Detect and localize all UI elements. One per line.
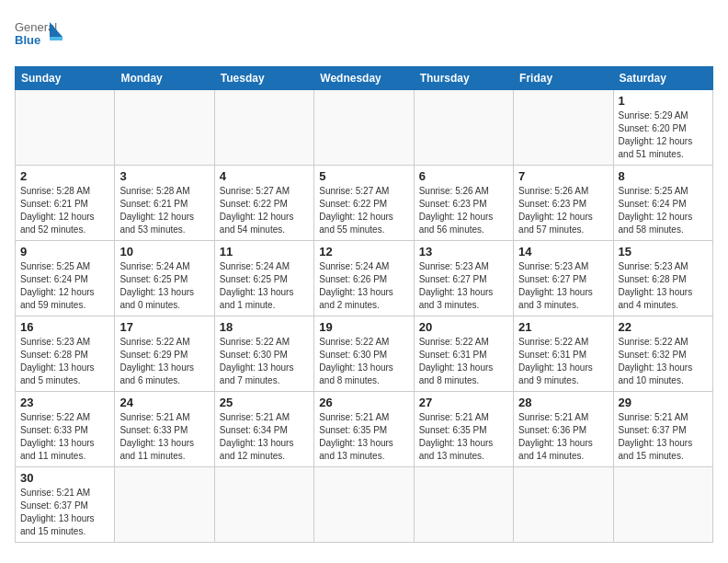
calendar-week-1: 2Sunrise: 5:28 AM Sunset: 6:21 PM Daylig…: [16, 166, 713, 241]
calendar-cell: 17Sunrise: 5:22 AM Sunset: 6:29 PM Dayli…: [115, 316, 214, 392]
day-number: 8: [619, 169, 708, 183]
day-info: Sunrise: 5:23 AM Sunset: 6:28 PM Dayligh…: [619, 260, 708, 312]
day-number: 18: [220, 320, 309, 334]
calendar-cell: 15Sunrise: 5:23 AM Sunset: 6:28 PM Dayli…: [613, 241, 712, 316]
day-number: 29: [619, 396, 708, 409]
day-number: 19: [319, 320, 408, 334]
calendar-cell: 26Sunrise: 5:21 AM Sunset: 6:35 PM Dayli…: [314, 392, 414, 467]
day-number: 5: [319, 169, 408, 183]
weekday-wednesday: Wednesday: [314, 67, 414, 90]
day-info: Sunrise: 5:21 AM Sunset: 6:34 PM Dayligh…: [220, 411, 309, 463]
calendar-week-3: 16Sunrise: 5:23 AM Sunset: 6:28 PM Dayli…: [16, 316, 713, 392]
calendar-cell: 19Sunrise: 5:22 AM Sunset: 6:30 PM Dayli…: [314, 316, 414, 392]
calendar-body: 1Sunrise: 5:29 AM Sunset: 6:20 PM Daylig…: [16, 90, 713, 543]
calendar-header: SundayMondayTuesdayWednesdayThursdayFrid…: [16, 67, 713, 90]
day-number: 10: [119, 245, 209, 259]
day-info: Sunrise: 5:26 AM Sunset: 6:23 PM Dayligh…: [419, 185, 508, 236]
day-number: 21: [518, 320, 608, 334]
calendar-cell: 1Sunrise: 5:29 AM Sunset: 6:20 PM Daylig…: [613, 90, 712, 166]
day-number: 11: [220, 245, 309, 259]
calendar-cell: [16, 90, 115, 166]
calendar-cell: [613, 467, 712, 543]
day-number: 23: [20, 396, 109, 409]
day-number: 3: [119, 169, 209, 183]
logo: General Blue: [15, 15, 63, 55]
calendar-week-5: 30Sunrise: 5:21 AM Sunset: 6:37 PM Dayli…: [16, 467, 713, 543]
calendar-cell: 3Sunrise: 5:28 AM Sunset: 6:21 PM Daylig…: [115, 166, 214, 241]
logo-icon: General Blue: [15, 15, 63, 55]
calendar-cell: 5Sunrise: 5:27 AM Sunset: 6:22 PM Daylig…: [314, 166, 414, 241]
day-info: Sunrise: 5:24 AM Sunset: 6:25 PM Dayligh…: [119, 260, 209, 312]
weekday-tuesday: Tuesday: [214, 67, 313, 90]
day-info: Sunrise: 5:27 AM Sunset: 6:22 PM Dayligh…: [220, 185, 309, 236]
day-number: 9: [20, 245, 109, 259]
calendar-cell: 4Sunrise: 5:27 AM Sunset: 6:22 PM Daylig…: [214, 166, 313, 241]
calendar-week-4: 23Sunrise: 5:22 AM Sunset: 6:33 PM Dayli…: [16, 392, 713, 467]
day-info: Sunrise: 5:21 AM Sunset: 6:33 PM Dayligh…: [119, 411, 209, 463]
page-header: General Blue: [15, 15, 713, 55]
calendar-cell: [115, 90, 214, 166]
calendar-cell: 9Sunrise: 5:25 AM Sunset: 6:24 PM Daylig…: [16, 241, 115, 316]
day-info: Sunrise: 5:24 AM Sunset: 6:26 PM Dayligh…: [319, 260, 408, 312]
calendar-cell: [314, 90, 414, 166]
calendar-cell: 28Sunrise: 5:21 AM Sunset: 6:36 PM Dayli…: [514, 392, 613, 467]
calendar-week-2: 9Sunrise: 5:25 AM Sunset: 6:24 PM Daylig…: [16, 241, 713, 316]
calendar-cell: 16Sunrise: 5:23 AM Sunset: 6:28 PM Dayli…: [16, 316, 115, 392]
calendar-cell: [414, 467, 513, 543]
calendar-cell: 29Sunrise: 5:21 AM Sunset: 6:37 PM Dayli…: [613, 392, 712, 467]
day-info: Sunrise: 5:24 AM Sunset: 6:25 PM Dayligh…: [220, 260, 309, 312]
calendar-cell: 12Sunrise: 5:24 AM Sunset: 6:26 PM Dayli…: [314, 241, 414, 316]
day-info: Sunrise: 5:22 AM Sunset: 6:33 PM Dayligh…: [20, 411, 109, 463]
day-info: Sunrise: 5:29 AM Sunset: 6:20 PM Dayligh…: [619, 109, 708, 161]
day-number: 27: [419, 396, 508, 409]
calendar-cell: [514, 90, 613, 166]
day-info: Sunrise: 5:22 AM Sunset: 6:30 PM Dayligh…: [220, 336, 309, 387]
day-info: Sunrise: 5:23 AM Sunset: 6:27 PM Dayligh…: [518, 260, 608, 312]
day-info: Sunrise: 5:25 AM Sunset: 6:24 PM Dayligh…: [619, 185, 708, 236]
calendar-cell: 20Sunrise: 5:22 AM Sunset: 6:31 PM Dayli…: [414, 316, 513, 392]
calendar-cell: 8Sunrise: 5:25 AM Sunset: 6:24 PM Daylig…: [613, 166, 712, 241]
day-number: 7: [518, 169, 608, 183]
calendar-week-0: 1Sunrise: 5:29 AM Sunset: 6:20 PM Daylig…: [16, 90, 713, 166]
day-number: 24: [119, 396, 209, 409]
day-info: Sunrise: 5:21 AM Sunset: 6:37 PM Dayligh…: [20, 487, 109, 538]
calendar-cell: 22Sunrise: 5:22 AM Sunset: 6:32 PM Dayli…: [613, 316, 712, 392]
calendar-cell: [214, 467, 313, 543]
day-info: Sunrise: 5:27 AM Sunset: 6:22 PM Dayligh…: [319, 185, 408, 236]
day-info: Sunrise: 5:25 AM Sunset: 6:24 PM Dayligh…: [20, 260, 109, 312]
calendar-cell: [314, 467, 414, 543]
day-number: 30: [20, 471, 109, 485]
day-info: Sunrise: 5:28 AM Sunset: 6:21 PM Dayligh…: [119, 185, 209, 236]
day-info: Sunrise: 5:21 AM Sunset: 6:37 PM Dayligh…: [619, 411, 708, 463]
day-number: 14: [518, 245, 608, 259]
calendar-cell: [414, 90, 513, 166]
day-info: Sunrise: 5:21 AM Sunset: 6:36 PM Dayligh…: [518, 411, 608, 463]
day-number: 28: [518, 396, 608, 409]
day-number: 13: [419, 245, 508, 259]
day-info: Sunrise: 5:23 AM Sunset: 6:28 PM Dayligh…: [20, 336, 109, 387]
calendar-cell: 25Sunrise: 5:21 AM Sunset: 6:34 PM Dayli…: [214, 392, 313, 467]
day-number: 20: [419, 320, 508, 334]
calendar-cell: 21Sunrise: 5:22 AM Sunset: 6:31 PM Dayli…: [514, 316, 613, 392]
calendar-cell: 7Sunrise: 5:26 AM Sunset: 6:23 PM Daylig…: [514, 166, 613, 241]
weekday-sunday: Sunday: [16, 67, 115, 90]
weekday-saturday: Saturday: [613, 67, 712, 90]
day-number: 12: [319, 245, 408, 259]
weekday-thursday: Thursday: [414, 67, 513, 90]
day-number: 15: [619, 245, 708, 259]
calendar-cell: 23Sunrise: 5:22 AM Sunset: 6:33 PM Dayli…: [16, 392, 115, 467]
day-number: 6: [419, 169, 508, 183]
calendar-cell: 24Sunrise: 5:21 AM Sunset: 6:33 PM Dayli…: [115, 392, 214, 467]
weekday-monday: Monday: [115, 67, 214, 90]
svg-rect-3: [50, 37, 63, 40]
calendar-cell: 10Sunrise: 5:24 AM Sunset: 6:25 PM Dayli…: [115, 241, 214, 316]
weekday-friday: Friday: [514, 67, 613, 90]
day-info: Sunrise: 5:23 AM Sunset: 6:27 PM Dayligh…: [419, 260, 508, 312]
day-info: Sunrise: 5:22 AM Sunset: 6:31 PM Dayligh…: [518, 336, 608, 387]
day-number: 22: [619, 320, 708, 334]
calendar-cell: [514, 467, 613, 543]
day-info: Sunrise: 5:22 AM Sunset: 6:32 PM Dayligh…: [619, 336, 708, 387]
calendar-cell: 18Sunrise: 5:22 AM Sunset: 6:30 PM Dayli…: [214, 316, 313, 392]
day-info: Sunrise: 5:22 AM Sunset: 6:31 PM Dayligh…: [419, 336, 508, 387]
day-info: Sunrise: 5:21 AM Sunset: 6:35 PM Dayligh…: [319, 411, 408, 463]
